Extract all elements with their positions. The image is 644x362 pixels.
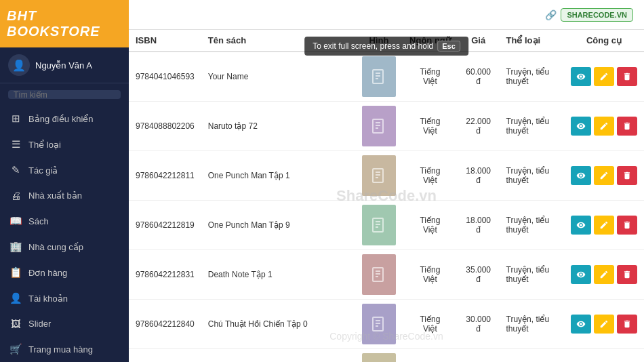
- delete-button[interactable]: [617, 117, 637, 136]
- search-bar[interactable]: 🔍: [8, 90, 121, 99]
- cell-price: 22.000 đ: [458, 102, 500, 151]
- cell-price: 18.000 đ: [458, 201, 500, 250]
- sidebar-item-supplier[interactable]: 🏢 Nhà cung cấp: [0, 234, 129, 260]
- sidebar-item-label: Tài khoản: [28, 294, 68, 304]
- cell-actions: [564, 300, 644, 349]
- cell-actions: [564, 250, 644, 300]
- sidebar-item-publisher[interactable]: 🖨 Nhà xuất bản: [0, 183, 129, 208]
- cell-image: [355, 349, 403, 363]
- cell-actions: [564, 102, 644, 151]
- username: Nguyễn Văn A: [35, 60, 92, 71]
- table-row: 9786042212811One Punch Man Tập 1TiếngViệ…: [129, 151, 644, 201]
- cell-genre: Truyện, tiểu thuyết: [500, 201, 564, 250]
- edit-button[interactable]: [594, 216, 614, 235]
- cell-title: One Punch Man Tập 1: [201, 151, 355, 201]
- cell-language: TiếngViệt: [403, 151, 458, 201]
- cell-genre: Truyện, tiểu thuyết: [500, 52, 564, 102]
- dashboard-icon: ⊞: [9, 113, 22, 125]
- sidebar-item-label: Sách: [28, 216, 49, 226]
- book-thumb: [362, 56, 396, 97]
- shop-icon: 🛒: [9, 343, 22, 355]
- table-row: 9786042212819One Punch Man Tập 9TiếngViệ…: [129, 201, 644, 250]
- view-button[interactable]: [571, 166, 591, 185]
- cell-price: 18.000 đ: [458, 151, 500, 201]
- edit-button[interactable]: [594, 166, 614, 185]
- sidebar-item-label: Trang mua hàng: [28, 344, 93, 355]
- slider-icon: 🖼: [9, 318, 22, 329]
- cell-actions: [564, 349, 644, 363]
- cell-price: 60.000 đ: [458, 52, 500, 102]
- delete-button[interactable]: [617, 166, 637, 185]
- sidebar-item-dashboard[interactable]: ⊞ Bảng điều khiển: [0, 106, 129, 132]
- table-area[interactable]: To exit full screen, press and hold Esc …: [129, 30, 644, 362]
- sidebar-item-slider[interactable]: 🖼 Slider: [0, 311, 129, 336]
- cell-image: [355, 102, 403, 151]
- delete-button[interactable]: [617, 315, 637, 334]
- book-thumb: [362, 254, 396, 295]
- cell-language: TiếngViệt: [403, 300, 458, 349]
- col-tools: Công cụ: [564, 30, 644, 52]
- sidebar-item-books[interactable]: 📖 Sách: [0, 208, 129, 234]
- cell-actions: [564, 52, 644, 102]
- cell-image: [355, 250, 403, 300]
- action-buttons: [571, 166, 637, 185]
- delete-button[interactable]: [617, 216, 637, 235]
- edit-button[interactable]: [594, 117, 614, 136]
- action-buttons: [571, 216, 637, 235]
- delete-button[interactable]: [617, 265, 637, 284]
- cell-genre: Truyện, tiểu thuyết: [500, 300, 564, 349]
- cell-title: Your Name: [201, 52, 355, 102]
- cell-title: Chú Thuật Hồi Chiến Tập 0: [201, 300, 355, 349]
- cell-actions: [564, 201, 644, 250]
- search-input[interactable]: [8, 90, 121, 99]
- action-buttons: [571, 265, 637, 284]
- cell-language: TiếngViệt: [403, 102, 458, 151]
- col-isbn: ISBN: [129, 30, 201, 52]
- table-row: 9784041046593Your NameTiếngViệt60.000 đT…: [129, 52, 644, 102]
- table-row: 9786042212842Chú Thuật Hồi Chiến Tập 2Ti…: [129, 349, 644, 363]
- cell-isbn: 9784041046593: [129, 52, 201, 102]
- logo-bookstore: BOOKSTORE: [7, 24, 100, 39]
- cell-isbn: 9786042212831: [129, 250, 201, 300]
- cell-genre: Truyện, tiểu thuyết: [500, 102, 564, 151]
- sidebar-item-orders[interactable]: 📋 Đơn hàng: [0, 260, 129, 285]
- cell-title: Chú Thuật Hồi Chiến Tập 2: [201, 349, 355, 363]
- cell-image: [355, 52, 403, 102]
- author-icon: ✎: [9, 164, 22, 176]
- view-button[interactable]: [571, 216, 591, 235]
- edit-button[interactable]: [594, 265, 614, 284]
- book-thumb: [362, 353, 396, 362]
- cell-language: TiếngViệt: [403, 52, 458, 102]
- book-thumb: [362, 155, 396, 196]
- cell-language: TiếngViệt: [403, 250, 458, 300]
- delete-button[interactable]: [617, 67, 637, 86]
- view-button[interactable]: [571, 117, 591, 136]
- action-buttons: [571, 315, 637, 334]
- view-button[interactable]: [571, 315, 591, 334]
- edit-button[interactable]: [594, 67, 614, 86]
- main-content: 🔗 SHARECODE.VN To exit full screen, pres…: [129, 0, 644, 362]
- sidebar-item-genre[interactable]: ☰ Thể loại: [0, 132, 129, 157]
- genre-icon: ☰: [9, 138, 22, 150]
- account-icon: 👤: [9, 292, 22, 304]
- cell-isbn: 9786042212819: [129, 201, 201, 250]
- cell-title: Death Note Tập 1: [201, 250, 355, 300]
- table-row: 9784088802206Naruto tập 72TiếngViệt22.00…: [129, 102, 644, 151]
- edit-button[interactable]: [594, 315, 614, 334]
- cell-price: 30.000 đ: [458, 349, 500, 363]
- sidebar-item-author[interactable]: ✎ Tác giả: [0, 157, 129, 183]
- view-button[interactable]: [571, 265, 591, 284]
- cell-title: One Punch Man Tập 9: [201, 201, 355, 250]
- sidebar-item-label: Bảng điều khiển: [28, 114, 94, 124]
- table-row: 9786042212831Death Note Tập 1TiếngViệt35…: [129, 250, 644, 300]
- cell-image: [355, 201, 403, 250]
- cell-language: TiếngViệt: [403, 349, 458, 363]
- cell-image: [355, 151, 403, 201]
- sidebar-item-account[interactable]: 👤 Tài khoản: [0, 285, 129, 311]
- sidebar-item-shop[interactable]: 🛒 Trang mua hàng: [0, 336, 129, 362]
- cell-isbn: 9786042212842: [129, 349, 201, 363]
- view-button[interactable]: [571, 67, 591, 86]
- cell-genre: Truyện, tiểu thuyết: [500, 151, 564, 201]
- cell-isbn: 9784088802206: [129, 102, 201, 151]
- cell-isbn: 9786042212811: [129, 151, 201, 201]
